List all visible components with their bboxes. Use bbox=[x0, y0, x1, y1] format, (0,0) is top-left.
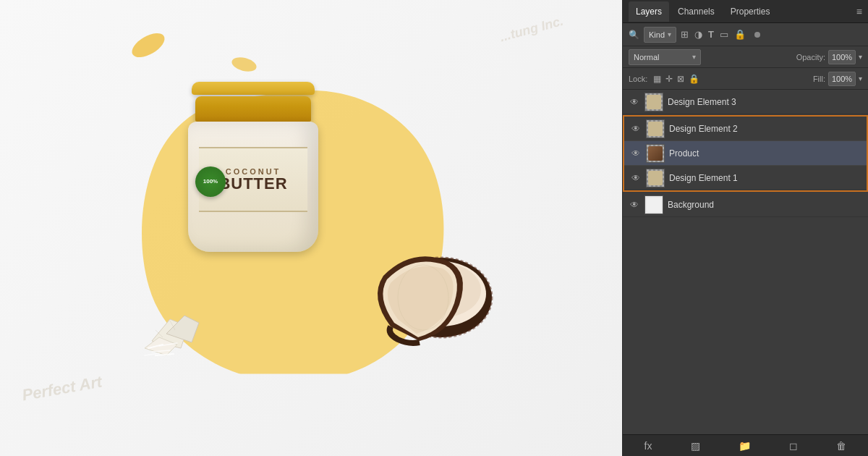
panel-tabs: Layers Channels Properties ≡ bbox=[623, 0, 868, 23]
tab-channels[interactable]: Channels bbox=[671, 1, 722, 22]
layers-panel: Layers Channels Properties ≡ 🔍 Kind ▾ ⊞ … bbox=[622, 0, 868, 456]
layer-visibility-3[interactable]: 👁 bbox=[629, 96, 640, 108]
label-butter: BUTTER bbox=[218, 176, 287, 192]
layer-visibility-bg[interactable]: 👁 bbox=[629, 199, 640, 211]
filter-toolbar: 🔍 Kind ▾ ⊞ ◑ T ▭ 🔒 bbox=[623, 23, 868, 46]
fill-chevron: ▾ bbox=[859, 75, 862, 83]
layer-design-element-2[interactable]: 👁 Design Element 2 bbox=[624, 117, 867, 141]
layer-name-product: Product bbox=[669, 148, 861, 159]
layer-design-element-3[interactable]: 👁 Design Element 3 bbox=[623, 90, 868, 114]
tab-properties[interactable]: Properties bbox=[723, 1, 778, 22]
opacity-input[interactable]: 100% bbox=[828, 50, 856, 64]
create-group-icon[interactable]: 📁 bbox=[739, 440, 751, 452]
jar-body-wrapper: 100% COCONUT BUTTER bbox=[188, 83, 318, 252]
lock-move-icon[interactable]: ✛ bbox=[665, 74, 673, 84]
layer-thumb-img-2 bbox=[648, 122, 663, 136]
kind-chevron: ▾ bbox=[668, 30, 671, 38]
lock-artboard-icon[interactable]: ⊠ bbox=[677, 74, 684, 84]
fill-label: Fill: bbox=[813, 75, 825, 83]
layer-visibility-product[interactable]: 👁 bbox=[630, 148, 642, 159]
add-mask-icon[interactable]: ▨ bbox=[691, 440, 700, 452]
opacity-chevron: ▾ bbox=[859, 53, 862, 61]
pixel-filter-icon[interactable]: ⊞ bbox=[681, 29, 689, 40]
product-scene: 100% COCONUT BUTTER bbox=[101, 40, 521, 416]
lock-pixels-icon[interactable]: ▦ bbox=[653, 74, 661, 84]
create-layer-icon[interactable]: ◻ bbox=[789, 440, 798, 452]
jar-label: 100% COCONUT BUTTER bbox=[199, 147, 307, 212]
illustration-panel: Perfect Art ...tung Inc. bbox=[0, 0, 622, 456]
layer-thumb-img-product bbox=[648, 146, 663, 161]
layer-product[interactable]: 👁 Product bbox=[624, 141, 867, 166]
svg-line-10 bbox=[148, 345, 163, 348]
layer-background[interactable]: 👁 Background bbox=[623, 193, 868, 217]
layer-thumb-img-1 bbox=[648, 171, 663, 185]
delete-layer-icon[interactable]: 🗑 bbox=[836, 440, 846, 452]
svg-line-11 bbox=[152, 350, 170, 352]
lock-icons: ▦ ✛ ⊠ 🔒 bbox=[653, 74, 699, 84]
search-icon: 🔍 bbox=[629, 30, 639, 40]
fill-input[interactable]: 100% bbox=[828, 72, 856, 86]
blend-chevron: ▾ bbox=[692, 53, 696, 61]
layer-name-bg: Background bbox=[668, 200, 862, 210]
filter-icons: ⊞ ◑ T ▭ 🔒 bbox=[681, 29, 760, 40]
blend-mode-dropdown[interactable]: Normal ▾ bbox=[629, 49, 701, 65]
svg-line-12 bbox=[156, 354, 174, 355]
jar-lid-top bbox=[192, 82, 315, 95]
layer-name-2: Design Element 2 bbox=[669, 124, 861, 134]
layer-thumb-img-bg bbox=[647, 198, 661, 212]
panel-bottom-toolbar: fx ▨ 📁 ◻ 🗑 bbox=[623, 434, 868, 456]
opacity-group: Opacity: 100% ▾ bbox=[796, 50, 862, 64]
coconut-halves bbox=[347, 225, 506, 373]
shape-filter-icon[interactable]: ▭ bbox=[720, 29, 728, 40]
layer-thumb-product bbox=[646, 144, 665, 163]
lock-fill-toolbar: Lock: ▦ ✛ ⊠ 🔒 Fill: 100% ▾ bbox=[623, 68, 868, 90]
layer-thumb-img-3 bbox=[647, 95, 661, 109]
layer-visibility-1[interactable]: 👁 bbox=[630, 172, 642, 184]
adjustment-filter-icon[interactable]: ◑ bbox=[694, 29, 702, 40]
filter-dot bbox=[754, 32, 760, 38]
lock-all-icon[interactable]: 🔒 bbox=[689, 74, 699, 84]
fill-group: Fill: 100% ▾ bbox=[813, 72, 862, 86]
layer-name-3: Design Element 3 bbox=[668, 97, 862, 107]
layer-thumb-bg bbox=[644, 195, 663, 214]
blend-opacity-toolbar: Normal ▾ Opacity: 100% ▾ bbox=[623, 46, 868, 68]
layer-visibility-2[interactable]: 👁 bbox=[630, 123, 642, 135]
opacity-label: Opacity: bbox=[796, 53, 825, 62]
panel-menu-icon[interactable]: ≡ bbox=[856, 6, 862, 17]
layer-thumb-2 bbox=[646, 119, 665, 138]
layer-thumb-1 bbox=[646, 169, 665, 187]
layers-list: 👁 Design Element 3 👁 Design Element 2 👁 bbox=[623, 90, 868, 434]
layer-design-element-1[interactable]: 👁 Design Element 1 bbox=[624, 166, 867, 190]
tab-layers[interactable]: Layers bbox=[629, 1, 669, 22]
kind-dropdown[interactable]: Kind ▾ bbox=[644, 27, 676, 43]
jar-glass-body: 100% COCONUT BUTTER bbox=[188, 122, 318, 252]
type-filter-icon[interactable]: T bbox=[708, 29, 714, 40]
label-badge: 100% bbox=[195, 166, 226, 197]
shredded-coconut bbox=[141, 330, 199, 369]
jar: 100% COCONUT BUTTER bbox=[188, 83, 318, 252]
layer-thumb-3 bbox=[644, 93, 663, 111]
lock-label: Lock: bbox=[629, 75, 647, 83]
layer-group-container: 👁 Design Element 2 👁 Product 👁 bbox=[623, 115, 868, 192]
add-adjustment-icon[interactable]: fx bbox=[644, 440, 652, 452]
smart-filter-icon[interactable]: 🔒 bbox=[734, 29, 746, 40]
jar-lid bbox=[195, 96, 311, 122]
layer-name-1: Design Element 1 bbox=[669, 173, 861, 183]
